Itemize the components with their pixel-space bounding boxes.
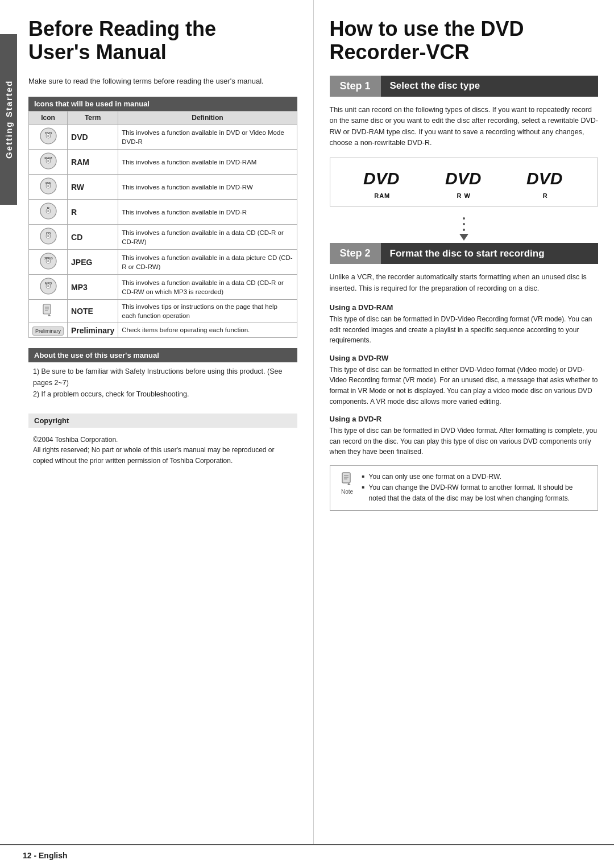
term-cell: RAM: [68, 150, 118, 175]
copyright-header: Copyright: [28, 414, 297, 428]
svg-point-22: [47, 260, 49, 262]
note-content: You can only use one format on a DVD-RW.…: [363, 472, 591, 505]
def-cell: This involves a function available in a …: [118, 275, 297, 300]
dvd-ram-heading: Using a DVD-RAM: [330, 303, 599, 312]
arrow-down: [459, 234, 468, 241]
svg-text:CD: CD: [45, 232, 51, 235]
dvd-rw-heading: Using a DVD-RW: [330, 354, 599, 362]
copyright-text: ©2004 Toshiba Corporation. All rights re…: [28, 431, 297, 470]
table-row: MP3 MP3This involves a function availabl…: [29, 275, 297, 300]
about-header: About the use of this user's manual: [28, 348, 297, 362]
def-cell: This involves a function available in DV…: [118, 175, 297, 200]
table-row: RAM RAMThis involves a function availabl…: [29, 150, 297, 175]
about-list: 1) Be sure to be familiar with Safety In…: [28, 362, 297, 403]
svg-text:RW: RW: [45, 181, 51, 185]
right-title-area: How to use the DVD Recorder-VCR: [330, 17, 599, 64]
col-def: Definition: [118, 111, 297, 125]
table-row: CD CDThis involves a function available …: [29, 225, 297, 250]
table-row: JPEG JPEGThis involves a function availa…: [29, 250, 297, 275]
dvd-logo-rw: DVD R W: [444, 167, 484, 199]
svg-text:DVD: DVD: [363, 169, 399, 188]
dvd-r-body: This type of disc can be formatted in DV…: [330, 425, 599, 457]
left-column: Before Reading the User's Manual Make su…: [17, 0, 314, 844]
dot2: [463, 223, 465, 225]
note-list-item: You can change the DVD-RW format to anot…: [363, 482, 591, 504]
table-row: RW RWThis involves a function available …: [29, 175, 297, 200]
step1-header: Step 1 Select the disc type: [330, 76, 599, 97]
def-cell: This involves a function available in DV…: [118, 125, 297, 150]
svg-point-14: [47, 210, 49, 212]
note-icon-area: Note: [337, 472, 358, 495]
step1-body: This unit can record on the following ty…: [330, 105, 599, 149]
dvd-label-r: R: [543, 192, 548, 199]
term-cell: NOTE: [68, 300, 118, 323]
def-cell: This involves a function available in a …: [118, 225, 297, 250]
dvd-text-rw: DVD: [444, 167, 484, 190]
svg-text:DVD: DVD: [44, 131, 52, 135]
term-cell: JPEG: [68, 250, 118, 275]
step2-header: Step 2 Format the disc to start recordin…: [330, 243, 599, 264]
note-list-item: You can only use one format on a DVD-RW.: [363, 472, 591, 482]
about-section: About the use of this user's manual 1) B…: [28, 348, 297, 403]
svg-text:DVD: DVD: [445, 169, 481, 188]
dvd-rw-body: This type of disc can be formatted in ei…: [330, 365, 599, 407]
about-list-item: 2) If a problem occurs, check for Troubl…: [33, 388, 293, 400]
col-term: Term: [68, 111, 118, 125]
def-cell: Check items before operating each functi…: [118, 323, 297, 337]
def-cell: This involves a function available in DV…: [118, 200, 297, 225]
dvd-logo-ram: DVD RAM: [362, 167, 402, 199]
dvd-r-heading: Using a DVD-R: [330, 415, 599, 423]
step1-number: Step 1: [330, 76, 381, 97]
dot1: [463, 217, 465, 220]
sidebar-tab: Getting Started: [0, 34, 17, 205]
icon-cell: DVD: [29, 125, 68, 150]
term-cell: R: [68, 200, 118, 225]
icon-cell: R: [29, 200, 68, 225]
icon-cell: Preliminary: [29, 323, 68, 337]
dot3: [463, 229, 465, 231]
svg-point-2: [47, 135, 49, 137]
svg-text:JPEG: JPEG: [43, 257, 52, 260]
term-cell: MP3: [68, 275, 118, 300]
table-row: NOTEThis involves tips or instructions o…: [29, 300, 297, 323]
def-cell: This involves a function available in a …: [118, 250, 297, 275]
dotted-arrow: [458, 216, 470, 241]
term-cell: CD: [68, 225, 118, 250]
term-cell: Preliminary: [68, 323, 118, 337]
page-footer: 12 - English: [0, 844, 614, 868]
svg-rect-35: [342, 473, 350, 483]
right-title: How to use the DVD Recorder-VCR: [330, 17, 599, 64]
sidebar-label: Getting Started: [4, 80, 14, 159]
icon-cell: CD: [29, 225, 68, 250]
note-box: Note You can only use one format on a DV…: [330, 465, 599, 511]
icon-cell: RW: [29, 175, 68, 200]
table-row: R RThis involves a function available in…: [29, 200, 297, 225]
step2-label: Format the disc to start recording: [381, 243, 554, 264]
icon-cell: JPEG: [29, 250, 68, 275]
icon-cell: MP3: [29, 275, 68, 300]
intro-text: Make sure to read the following terms be…: [28, 76, 297, 87]
dvd-ram-body: This type of disc can be formatted in DV…: [330, 314, 599, 346]
about-list-item: 1) Be sure to be familiar with Safety In…: [33, 366, 293, 388]
left-title-area: Before Reading the User's Manual: [28, 17, 297, 64]
term-cell: DVD: [68, 125, 118, 150]
note-pencil-icon: [339, 472, 355, 487]
step2-body: Unlike a VCR, the recorder automatically…: [330, 272, 599, 294]
step1-label: Select the disc type: [381, 76, 489, 96]
icon-cell: RAM: [29, 150, 68, 175]
svg-point-6: [47, 160, 49, 162]
svg-text:DVD: DVD: [526, 169, 562, 188]
dvd-text-r: DVD: [525, 167, 565, 190]
note-label: Note: [341, 489, 353, 495]
step2-number: Step 2: [330, 243, 381, 264]
note-list: You can only use one format on a DVD-RW.…: [363, 472, 591, 505]
dvd-label-rw: R W: [457, 192, 471, 199]
def-cell: This involves a function available in DV…: [118, 150, 297, 175]
svg-point-10: [47, 185, 49, 187]
svg-point-26: [47, 285, 49, 287]
def-cell: This involves tips or instructions on th…: [118, 300, 297, 323]
copyright-section: Copyright ©2004 Toshiba Corporation. All…: [28, 414, 297, 470]
table-row: DVD DVDThis involves a function availabl…: [29, 125, 297, 150]
dvd-logos-box: DVD RAM DVD R W DVD R: [330, 158, 599, 206]
left-title: Before Reading the User's Manual: [28, 17, 297, 64]
